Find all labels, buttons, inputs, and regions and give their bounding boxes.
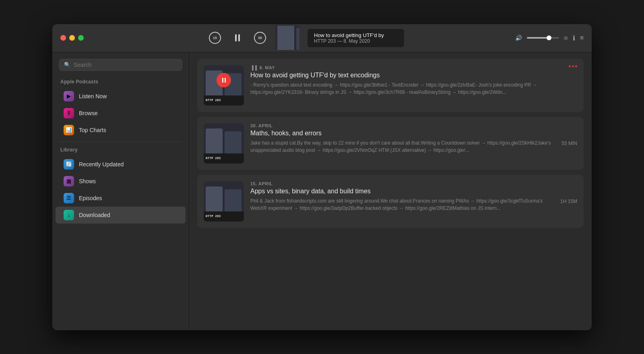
ep1-show-label: HTTP 203: [206, 99, 221, 102]
close-button[interactable]: [60, 35, 66, 41]
episode-duration-2: 55 MIN: [561, 141, 577, 146]
search-input[interactable]: [74, 62, 177, 68]
now-playing-thumbnail[interactable]: [275, 26, 299, 50]
title-bar: 15 30 How to av: [52, 24, 592, 52]
maximize-button[interactable]: [78, 35, 84, 41]
sidebar-item-shows[interactable]: ▦ Shows: [56, 173, 186, 190]
listen-now-label: Listen Now: [79, 93, 107, 99]
volume-icon: 🔊: [515, 35, 522, 41]
episode-date-1: ▐▐ 8. MAY: [250, 65, 577, 70]
downloaded-label: Downloaded: [79, 212, 110, 218]
shows-icon: ▦: [64, 176, 74, 186]
sidebar-divider: [59, 142, 182, 142]
top-charts-icon: 📊: [64, 125, 74, 135]
episode-title-2: Maths, hooks, and errors: [250, 130, 555, 137]
skip-back-button[interactable]: 15: [208, 31, 222, 45]
episode-title-3: Apps vs sites, binary data, and build ti…: [250, 188, 554, 195]
sidebar-item-top-charts[interactable]: 📊 Top Charts: [56, 122, 186, 139]
episode-thumbnail-3: НТТР 203: [204, 181, 244, 222]
shows-label: Shows: [79, 178, 96, 184]
episode-date-2: 30. APRIL: [250, 123, 555, 128]
recently-updated-label: Recently Updated: [79, 161, 124, 168]
downloaded-icon: ↓: [64, 210, 74, 220]
apple-podcasts-label: Apple Podcasts: [52, 77, 189, 88]
browse-icon: 🎙: [64, 108, 74, 118]
sidebar-item-downloaded[interactable]: ↓ Downloaded: [56, 207, 186, 224]
episode-info-1: ▐▐ 8. MAY How to avoid getting UTF'd by …: [250, 65, 577, 96]
now-playing-title: How to avoid getting UTF'd by: [314, 32, 398, 38]
episodes-panel: HTTP 203 ▐▐ 8. MAY How to avoid getting …: [189, 52, 592, 330]
pause-icon: [235, 34, 240, 41]
episode-date-3: 15. APRIL: [250, 181, 554, 186]
episodes-icon: ☰: [64, 193, 74, 203]
airplay-icon[interactable]: ⌾: [564, 34, 568, 41]
recently-updated-icon: 🔄: [64, 159, 74, 170]
minimize-button[interactable]: [69, 35, 75, 41]
skip-forward-label: 30: [258, 36, 262, 40]
skip-back-label: 15: [213, 36, 217, 40]
playing-overlay: [217, 73, 231, 87]
browse-label: Browse: [79, 110, 98, 116]
search-box[interactable]: 🔍: [59, 59, 182, 71]
listen-now-icon: ▶: [64, 91, 74, 101]
episode-title-1: How to avoid getting UTF'd by text encod…: [250, 72, 577, 79]
search-container: 🔍: [52, 59, 189, 77]
now-playing-subtitle: HTTP 203 — 8. May 2020: [314, 38, 398, 44]
sidebar-item-browse[interactable]: 🎙 Browse: [56, 105, 186, 122]
episode-card-2[interactable]: НТТР 203 30. APRIL Maths, hooks, and err…: [197, 117, 584, 170]
now-playing-info: How to avoid getting UTF'd by HTTP 203 —…: [308, 29, 404, 47]
volume-slider[interactable]: [527, 37, 559, 39]
traffic-lights: [52, 35, 101, 41]
library-label: Library: [52, 145, 189, 156]
episode-card-3[interactable]: НТТР 203 15. APRIL Apps vs sites, binary…: [197, 175, 584, 228]
pause-button[interactable]: [230, 31, 245, 45]
queue-icon[interactable]: ≡: [580, 34, 584, 41]
ep2-show-label: НТТР 203: [206, 157, 221, 160]
info-icon[interactable]: ℹ: [573, 34, 575, 42]
sidebar-item-episodes[interactable]: ☰ Episodes: [56, 190, 186, 207]
episode-duration-3: 1H 15M: [560, 199, 577, 204]
app-window: 15 30 How to av: [52, 24, 592, 330]
episode-desc-3: Phil & Jack from fishandscripts.com are …: [250, 197, 554, 212]
top-charts-label: Top Charts: [79, 127, 106, 133]
episode-card-1[interactable]: HTTP 203 ▐▐ 8. MAY How to avoid getting …: [197, 59, 584, 112]
episode-desc-2: Jake has a stupid cat.By the way, skip t…: [250, 139, 555, 154]
bars-icon: ▐▐: [250, 65, 257, 70]
skip-forward-button[interactable]: 30: [253, 31, 267, 45]
episode-thumbnail-2: НТТР 203: [204, 123, 244, 164]
main-content: 🔍 Apple Podcasts ▶ Listen Now 🎙 Browse 📊…: [52, 52, 592, 330]
episode-info-3: 15. APRIL Apps vs sites, binary data, an…: [250, 181, 554, 212]
episodes-label: Episodes: [79, 195, 102, 201]
ep3-show-label: НТТР 203: [206, 215, 221, 218]
sidebar-item-listen-now[interactable]: ▶ Listen Now: [56, 88, 186, 105]
episode-thumbnail-1: HTTP 203: [204, 65, 244, 106]
episode-info-2: 30. APRIL Maths, hooks, and errors Jake …: [250, 123, 555, 154]
sidebar-item-recently-updated[interactable]: 🔄 Recently Updated: [56, 156, 186, 173]
sidebar: 🔍 Apple Podcasts ▶ Listen Now 🎙 Browse 📊…: [52, 52, 189, 330]
title-bar-right: 🔊 ⌾ ℹ ≡: [511, 34, 592, 42]
playback-controls: 15 30 How to av: [101, 26, 511, 50]
episode-desc-1: - Remy's question about text encoding → …: [250, 81, 577, 96]
search-icon: 🔍: [64, 62, 70, 68]
episode-more-button-1[interactable]: [569, 65, 577, 67]
